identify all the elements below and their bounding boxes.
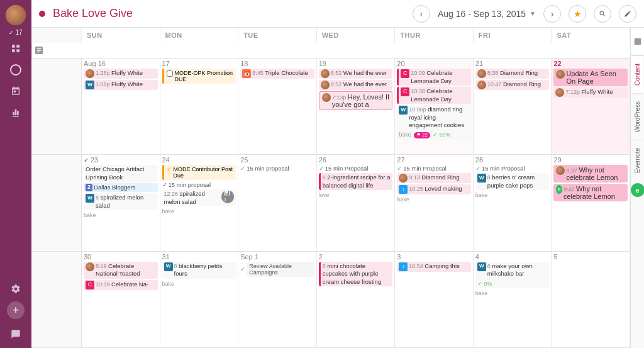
evernote-badge: e bbox=[631, 183, 645, 197]
sidebar-add-icon[interactable]: + bbox=[7, 301, 25, 319]
event-celebrate1[interactable]: C 10:09 Celebrate Lemonade Day bbox=[397, 69, 471, 86]
event-proposal28[interactable]: ✓ 15 min Proposal bbox=[475, 165, 550, 172]
event-text: 10:39 Celebrate Na- bbox=[96, 281, 148, 289]
week-row-1: Aug 16 1:28p Fluffy White W 1:58p Fluffy… bbox=[31, 59, 630, 155]
event-review[interactable]: ✓ Review Available Campaigns bbox=[240, 262, 314, 277]
event-proposal25[interactable]: ✓ 15 min proposal bbox=[240, 165, 314, 172]
proposal-text28: 15 min Proposal bbox=[482, 165, 525, 172]
sidebar-grid-icon[interactable] bbox=[7, 40, 25, 57]
event-milkshake[interactable]: W 8 make your own milkshake bar ✓ 0% bbox=[475, 262, 550, 289]
sidebar-gear-icon[interactable] bbox=[7, 280, 25, 298]
day-mon24: 24 ✓ MODE Contributor Post Due ✓ 15 min … bbox=[160, 155, 239, 250]
header: Bake Love Give ‹ Aug 16 - Sep 13, 2015 ▼… bbox=[31, 0, 644, 28]
event-mode24[interactable]: ✓ MODE Contributor Post Due bbox=[162, 165, 236, 180]
event-text: 8:45 Triple Chocolate bbox=[252, 69, 308, 77]
event-avatar bbox=[86, 262, 94, 271]
event-triple[interactable]: 📅 8:45 Triple Chocolate bbox=[240, 69, 314, 79]
event-update[interactable]: Update As Seen On Page bbox=[553, 69, 628, 86]
week-num-1 bbox=[31, 59, 82, 154]
event-lemon29a[interactable]: 8:37 Why not celebrate Lemon bbox=[553, 165, 628, 182]
search-button[interactable] bbox=[594, 5, 611, 23]
notification-count: ✓ 17 bbox=[9, 29, 22, 36]
event-text: 8 berries n' cream purple cake pops bbox=[487, 174, 548, 189]
next-button[interactable]: › bbox=[543, 5, 561, 23]
week-row-2: ✓ 23 Order Chicago Artifact Uprising Boo… bbox=[31, 155, 630, 251]
event-blackberry[interactable]: W 8 blackberry petits fours bbox=[162, 262, 236, 279]
event-text: 8 2-ingredient recipe for a balanced dig… bbox=[323, 174, 391, 189]
event-proposal26[interactable]: ✓ 15 min Proposal bbox=[319, 165, 393, 172]
event-avatar bbox=[321, 69, 330, 78]
main-area: Bake Love Give ‹ Aug 16 - Sep 13, 2015 ▼… bbox=[31, 0, 644, 348]
evernote-icon: E bbox=[556, 185, 562, 194]
tw-icon: t bbox=[399, 185, 408, 194]
event-text: 8:38 Diamond Ring bbox=[487, 69, 538, 77]
week-num-3 bbox=[31, 252, 82, 347]
event-berries[interactable]: W 8 berries n' cream purple cake pops bbox=[475, 173, 550, 190]
right-tab-wordpress[interactable]: WordPress bbox=[631, 93, 643, 140]
event-celebrate2[interactable]: C 10:38 Celebrate Lemonade Day bbox=[397, 87, 471, 104]
event-wed3[interactable]: 7:13p Hey, Loves! If you've got a bbox=[319, 91, 393, 110]
event-avatar bbox=[86, 69, 94, 78]
event-diamond2[interactable]: 10:47 Diamond Ring bbox=[475, 80, 550, 90]
day-num-31: 31 bbox=[162, 253, 236, 261]
wp-icon: W bbox=[477, 174, 486, 182]
sidebar-chart-icon[interactable] bbox=[7, 104, 25, 121]
event-diamond27[interactable]: 9:13 Diamond Ring bbox=[397, 173, 471, 183]
event-celebrate30b[interactable]: C 10:39 Celebrate Na- bbox=[84, 280, 158, 290]
day-fri4: 4 W 8 make your own milkshake bar ✓ 0% b… bbox=[474, 252, 552, 347]
bake-label-28: bake bbox=[475, 191, 550, 199]
day-num-25: 25 bbox=[240, 156, 314, 164]
day-header-mon: MON bbox=[160, 28, 239, 43]
badge-1: 📊 1 bbox=[221, 190, 234, 203]
event-diamond-ring[interactable]: W 10:06p diamond ring royal icing engage… bbox=[397, 105, 471, 140]
event-mode[interactable]: MODE-OPK Promotion DUE bbox=[162, 69, 236, 84]
event-celebrate30[interactable]: 8:19 Celebrate National Toasted bbox=[84, 262, 158, 279]
event-wed1[interactable]: 8:52 We had the ever bbox=[319, 69, 393, 79]
sidebar-calendar-icon[interactable] bbox=[7, 82, 25, 100]
edit-button[interactable] bbox=[619, 5, 636, 23]
proposal-text26: 15 min Proposal bbox=[325, 165, 369, 172]
event-melon23[interactable]: W 8 spiralized melon salad bbox=[84, 193, 158, 210]
avatar[interactable] bbox=[6, 5, 26, 25]
sidebar-comment-icon[interactable] bbox=[7, 325, 25, 343]
day-num-21: 21 bbox=[475, 60, 550, 67]
day-num-sat5: 5 bbox=[553, 253, 628, 261]
event-wed2[interactable]: 8:52 We had the ever bbox=[319, 80, 393, 90]
day-num-28: 28 bbox=[475, 156, 550, 164]
day-thur3: 3 t 10:54 Camping this bbox=[395, 252, 474, 347]
event-dallas[interactable]: 2 Dallas Bloggers bbox=[84, 183, 158, 192]
event-loved27[interactable]: t 10:25 Loved making bbox=[397, 184, 471, 194]
event-lemon29b[interactable]: E 9:42 Why not celebrate Lemon bbox=[553, 184, 628, 201]
sidebar-circle-icon[interactable] bbox=[7, 61, 25, 79]
event-text: 8 blackberry petits fours bbox=[174, 262, 235, 278]
event-fluffy-sat[interactable]: 7:12p Fluffy White bbox=[553, 87, 628, 98]
day-fri21: 21 8:38 Diamond Ring 10:47 Diamond Ring bbox=[474, 59, 552, 154]
event-melon24[interactable]: 12:26 spiralized melon salad 📊 1 bbox=[162, 189, 236, 206]
event-fluffy1[interactable]: 1:28p Fluffy White bbox=[84, 69, 158, 79]
event-fluffy2[interactable]: W 1:58p Fluffy White bbox=[84, 80, 158, 90]
review-text: Review Available Campaigns bbox=[247, 262, 314, 277]
favorite-button[interactable]: ★ bbox=[569, 5, 586, 23]
event-chicago[interactable]: Order Chicago Artifact Uprising Book bbox=[84, 165, 158, 182]
event-cupcakes[interactable]: 8 mini chocolate cupcakes with purple cr… bbox=[319, 262, 393, 286]
event-text: 8 spiralized melon salad bbox=[96, 194, 156, 210]
badge-dallas: 2 bbox=[86, 184, 92, 191]
event-camping[interactable]: t 10:54 Camping this bbox=[397, 262, 471, 272]
prev-button[interactable]: ‹ bbox=[413, 5, 430, 23]
right-tab-evernote[interactable]: Evernote bbox=[631, 140, 643, 181]
day-mon17: 17 MODE-OPK Promotion DUE bbox=[160, 59, 239, 154]
event-diamond1[interactable]: 8:38 Diamond Ring bbox=[475, 69, 550, 79]
event-recipe[interactable]: 8 2-ingredient recipe for a balanced dig… bbox=[319, 173, 393, 190]
day-num-19: 19 bbox=[319, 60, 393, 67]
day-num-aug16: Aug 16 bbox=[84, 60, 158, 67]
right-tab-content[interactable]: Content bbox=[631, 55, 643, 93]
day-num-22: 22 bbox=[553, 60, 628, 67]
day-wed2: 2 8 mini chocolate cupcakes with purple … bbox=[317, 252, 396, 347]
event-proposal27[interactable]: ✓ 15 min Proposal bbox=[397, 165, 471, 172]
mode-checkbox[interactable] bbox=[167, 70, 173, 77]
progress-label-4: ✓ 0% bbox=[477, 281, 492, 288]
event-proposal24[interactable]: ✓ 15 min proposal bbox=[162, 181, 236, 188]
event-text: 8:19 Celebrate National Toasted bbox=[96, 262, 156, 278]
day-num-20: 20 bbox=[397, 60, 471, 67]
mode-text: MODE-OPK Promotion DUE bbox=[175, 70, 234, 82]
